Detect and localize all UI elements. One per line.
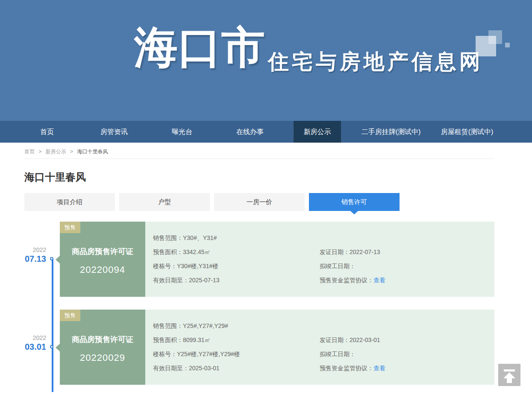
field-building-numbers: 楼栋号：Y25#楼,Y27#楼,Y29#楼 [153, 351, 240, 358]
nav-item-rental[interactable]: 房屋租赁(测试中) [431, 121, 503, 143]
tab-sales-permit[interactable]: 销售许可 [309, 193, 400, 211]
field-valid-until: 有效日期至：2025-03-01 [153, 365, 220, 372]
cert-title: 商品房预售许可证 [60, 334, 145, 345]
timeline-marker-dot [50, 257, 53, 260]
view-agreement-link[interactable]: 查看 [373, 365, 385, 372]
decor-square-medium [488, 30, 502, 44]
field-building-numbers: 楼栋号：Y30#楼,Y31#楼 [153, 263, 218, 270]
site-logo-subtitle: 住宅与房地产信息网 [268, 48, 483, 76]
permit-summary-panel: 预售 商品房预售许可证 20220094 [60, 222, 145, 297]
breadcrumb-home[interactable]: 首页 [24, 149, 35, 155]
timeline-date: 07.13 [9, 254, 46, 264]
field-fund-supervision: 预售资金监管协议：查看 [320, 365, 385, 372]
permit-detail-panel: 销售范围：Y25#,Y27#,Y29# 预售面积：8099.31㎡ 楼栋号：Y2… [145, 310, 494, 385]
main-nav: 首页 房管资讯 曝光台 在线办事 新房公示 二手房挂牌(测试中) 房屋租赁(测试… [0, 121, 532, 143]
breadcrumb: 首页 > 新房公示 > 海口十里春风 [24, 148, 110, 155]
presale-badge: 预售 [60, 310, 80, 321]
field-valid-until: 有效日期至：2025-07-13 [153, 277, 220, 284]
cert-title: 商品房预售许可证 [60, 246, 145, 257]
nav-item-new-housing[interactable]: 新房公示 [294, 121, 341, 143]
field-presale-area: 预售面积：8099.31㎡ [153, 336, 211, 344]
nav-item-exposure[interactable]: 曝光台 [159, 121, 206, 143]
tab-unit-types[interactable]: 户型 [119, 193, 210, 211]
cert-number: 20220029 [60, 352, 145, 363]
cert-number: 20220094 [60, 264, 145, 275]
permit-card: 2022 07.13 预售 商品房预售许可证 20220094 销售范围：Y30… [0, 222, 532, 297]
page-title: 海口十里春风 [24, 170, 86, 184]
tab-price-per-unit[interactable]: 一房一价 [214, 193, 305, 211]
permit-detail-panel: 销售范围：Y30#、Y31# 预售面积：3342.45㎡ 楼栋号：Y30#楼,Y… [145, 222, 494, 297]
timeline-date: 03.01 [9, 342, 46, 352]
nav-item-home[interactable]: 首页 [24, 121, 71, 143]
field-sales-range: 销售范围：Y25#,Y27#,Y29# [153, 322, 228, 330]
breadcrumb-new-housing[interactable]: 新房公示 [46, 149, 66, 155]
breadcrumb-separator: > [38, 149, 41, 155]
tab-project-intro[interactable]: 项目介绍 [24, 193, 115, 211]
presale-badge: 预售 [60, 222, 80, 233]
panel-left-arrow [56, 344, 60, 351]
timeline-year: 2022 [9, 334, 46, 341]
project-tabs: 项目介绍 户型 一房一价 销售许可 [24, 193, 400, 211]
field-issue-date: 发证日期：2022-07-13 [320, 249, 380, 256]
nav-item-housing-news[interactable]: 房管资讯 [91, 121, 138, 143]
field-presale-area: 预售面积：3342.45㎡ [153, 249, 211, 256]
timeline-line [52, 259, 53, 392]
nav-item-online-services[interactable]: 在线办事 [226, 121, 273, 143]
view-agreement-link[interactable]: 查看 [373, 277, 385, 284]
breadcrumb-separator: > [70, 149, 73, 155]
field-issue-date: 发证日期：2022-03-01 [320, 336, 380, 344]
field-completion-date: 拟竣工日期： [320, 351, 356, 358]
arrow-up-icon [498, 364, 520, 386]
permit-summary-panel: 预售 商品房预售许可证 20220029 [60, 310, 145, 385]
field-sales-range: 销售范围：Y30#、Y31# [153, 234, 217, 242]
timeline-marker-dot [50, 345, 53, 348]
nav-item-secondhand-listing[interactable]: 二手房挂牌(测试中) [355, 121, 427, 143]
decor-square-small [505, 43, 510, 47]
breadcrumb-current: 海口十里春风 [77, 149, 108, 155]
breadcrumb-divider [24, 158, 494, 159]
timeline-year: 2022 [9, 246, 46, 253]
field-fund-supervision: 预售资金监管协议：查看 [320, 277, 385, 284]
site-banner: 海口市 住宅与房地产信息网 [0, 0, 532, 121]
back-to-top-button[interactable] [498, 364, 520, 386]
site-logo-main: 海口市 [134, 25, 265, 70]
panel-left-arrow [56, 256, 60, 263]
permit-card: 2022 03.01 预售 商品房预售许可证 20220029 销售范围：Y25… [0, 310, 532, 385]
field-completion-date: 拟竣工日期： [320, 263, 356, 270]
